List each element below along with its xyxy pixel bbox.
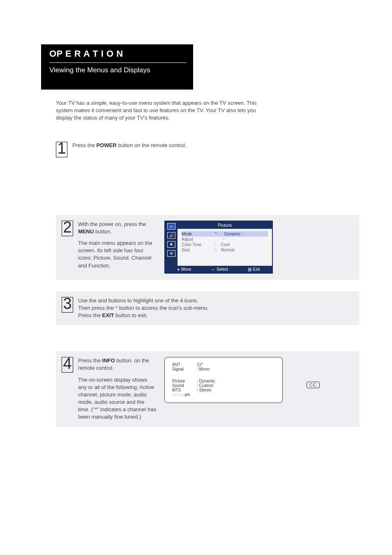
step-number: 4 <box>62 357 73 373</box>
footer-exit: Exit <box>253 267 260 272</box>
osd-key: Mode <box>182 232 210 236</box>
text: button to exit. <box>114 312 148 318</box>
step-number: 1 <box>56 142 67 157</box>
footer-move: Move <box>181 267 191 272</box>
info-val: : Dynamic <box>197 379 275 383</box>
text: The main menu appears on the screen. Its… <box>78 240 156 269</box>
text: Use the <box>78 297 98 304</box>
spacer <box>56 336 359 351</box>
text: Then press the ^ button to access the ic… <box>78 304 209 312</box>
osd-footer: ♦Move ↔Select ▥Exit <box>165 266 272 273</box>
section-header: OP E R A T I O N Viewing the Menus and D… <box>41 44 193 90</box>
info-row: MTS : Stereo <box>172 388 275 392</box>
leftright-icon: ↔ <box>211 267 215 272</box>
function-icon: ⚙ <box>167 250 175 257</box>
info-top: ANT 11* Signal : Mono <box>172 362 275 371</box>
info-row: Picture : Dynamic <box>172 379 275 383</box>
step-1-text: Press the POWER button on the remote con… <box>72 142 186 149</box>
text: With the power on, press the <box>78 221 146 227</box>
cc-badge: CC <box>307 382 320 388</box>
step-4-text: Press the INFO button. on the remote con… <box>78 357 156 421</box>
info-key: MTS <box>172 388 197 392</box>
info-osd: ANT 11* Signal : Mono Picture : Dynamic <box>164 357 283 403</box>
arrow-right-icon: ^ <box>221 237 226 242</box>
info-key: Sound <box>172 383 197 388</box>
osd-key: Color Tone <box>182 242 210 247</box>
osd-menu: ▭ 🔊 ✖ ⚙ Picture Mode " Dynamic^ <box>164 221 273 274</box>
text: and <box>98 297 108 304</box>
osd-val: Dynamic <box>224 232 240 236</box>
content-area: Your TV has a simple, easy-to-use menu s… <box>56 99 359 427</box>
text: button on the remote control. <box>117 142 187 148</box>
step-3-text: Use the and buttons to highlight one of … <box>78 297 209 320</box>
picture-icon: ▭ <box>167 223 175 230</box>
info-key: Picture <box>172 379 197 383</box>
osd-key: Adjust <box>182 237 210 242</box>
info-key: - - : - - am <box>172 392 190 397</box>
text: Press the <box>72 142 97 148</box>
red-dot: . <box>110 228 112 235</box>
text: The on-screen display shows any or all o… <box>78 376 156 421</box>
section-title: OP E R A T I O N <box>49 48 187 63</box>
osd-screenshot: ▭ 🔊 ✖ ⚙ Picture Mode " Dynamic^ <box>164 221 273 274</box>
osd-sep: : <box>214 248 218 252</box>
osd-rows: Mode " Dynamic^ Adjust ^ <box>178 229 272 266</box>
arrow-right-icon: ^ <box>240 232 245 236</box>
osd-icon-column: ▭ 🔊 ✖ ⚙ <box>165 221 178 266</box>
section-subtitle: Viewing the Menus and Displays <box>49 66 187 74</box>
updown-icon: ♦ <box>178 267 180 272</box>
info-val: : Stereo <box>197 388 275 392</box>
osd-row-colortone: Color Tone : Cool <box>182 242 268 247</box>
info-row: Signal : Mono <box>172 367 275 371</box>
step-number: 2 <box>62 221 73 236</box>
step-number: 3 <box>62 297 73 313</box>
bold: POWER <box>97 142 117 148</box>
osd-sep <box>214 237 218 242</box>
info-val <box>190 392 275 397</box>
arrow-left-icon <box>221 232 224 236</box>
text: button <box>94 228 110 235</box>
info-osd-screenshot: ANT 11* Signal : Mono Picture : Dynamic <box>164 357 283 403</box>
osd-row-mode: Mode " Dynamic^ <box>182 231 268 237</box>
info-val: : Custom <box>197 383 275 388</box>
osd-val: Cool <box>221 242 268 247</box>
step-2: 2 With the power on, press the MENU butt… <box>56 215 359 280</box>
step-2-text: With the power on, press the MENU button… <box>78 221 156 269</box>
footer-select: Select <box>217 267 228 272</box>
step-1: 1 Press the POWER button on the remote c… <box>56 142 359 158</box>
spacer <box>56 170 359 215</box>
channel-icon: ✖ <box>167 241 175 248</box>
osd-val: Normal <box>221 248 268 252</box>
bold: MENU <box>78 228 94 235</box>
osd-row-size: Size : Normal <box>182 247 268 253</box>
info-row: ANT 11* <box>172 362 275 367</box>
step-4: 4 Press the INFO button. on the remote c… <box>56 351 359 427</box>
osd-title: Picture <box>178 221 272 229</box>
info-row: Sound : Custom <box>172 383 275 388</box>
text: buttons to highlight one of the 4 icons. <box>108 297 198 304</box>
osd-key: Size <box>182 248 210 252</box>
osd-sep: " <box>214 232 218 236</box>
step-3: 3 Use the and buttons to highlight one o… <box>56 291 359 325</box>
text: Press the <box>78 357 102 364</box>
info-key: ANT <box>172 362 197 367</box>
osd-row-adjust: Adjust ^ <box>182 237 268 242</box>
info-bottom: Picture : Dynamic Sound : Custom MTS : S… <box>172 379 275 397</box>
page: OP E R A T I O N Viewing the Menus and D… <box>0 44 392 555</box>
bold: EXIT <box>102 312 114 318</box>
info-val: : Mono <box>197 367 275 371</box>
info-val: 11* <box>197 362 275 367</box>
bold: INFO <box>102 357 115 364</box>
info-row: - - : - - am <box>172 392 275 397</box>
intro-text: Your TV has a simple, easy-to-use menu s… <box>56 99 270 122</box>
info-key: Signal <box>172 367 197 371</box>
osd-sep: : <box>214 242 218 247</box>
sound-icon: 🔊 <box>167 232 175 239</box>
text: Press the <box>78 312 102 318</box>
menu-icon: ▥ <box>248 267 251 272</box>
